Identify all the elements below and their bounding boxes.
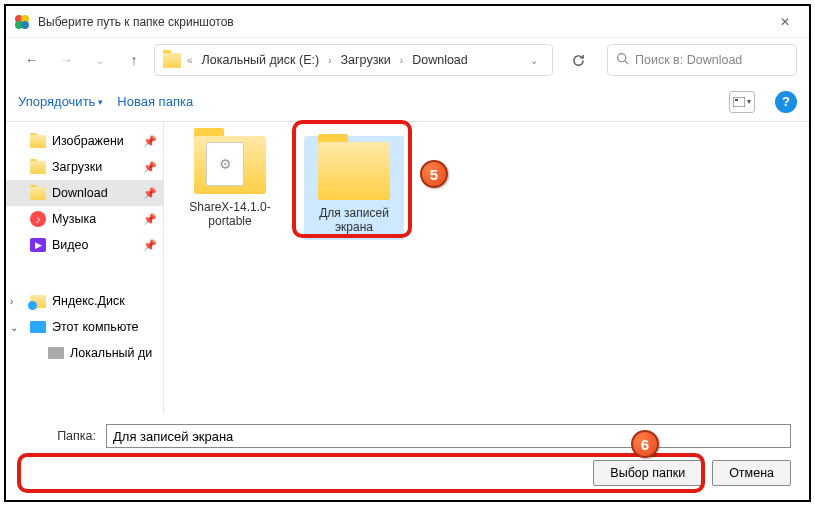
pin-icon: 📌 <box>143 161 157 174</box>
sidebar-item-this-pc[interactable]: ⌄Этот компьюте <box>6 314 163 340</box>
app-logo-icon <box>14 14 30 30</box>
video-icon: ▶ <box>30 238 46 252</box>
folder-label: Папка: <box>24 429 96 443</box>
close-icon[interactable]: ✕ <box>769 15 801 29</box>
back-button[interactable]: ← <box>18 46 46 74</box>
svg-point-4 <box>618 54 626 62</box>
folder-item-sharex[interactable]: ⚙ ShareX-14.1.0-portable <box>180 136 280 228</box>
folder-icon: ⚙ <box>194 136 266 194</box>
help-button[interactable]: ? <box>775 91 797 113</box>
file-name-label: ShareX-14.1.0-portable <box>180 200 280 228</box>
sidebar-item-label: Яндекс.Диск <box>52 294 157 308</box>
chevron-right-icon[interactable]: › <box>10 296 13 307</box>
folder-icon <box>318 142 390 200</box>
folder-icon <box>30 187 46 200</box>
sidebar-item-label: Музыка <box>52 212 157 226</box>
up-button[interactable]: ↑ <box>120 46 148 74</box>
breadcrumb[interactable]: Локальный диск (E:) <box>199 51 323 69</box>
pin-icon: 📌 <box>143 187 157 200</box>
yandex-disk-icon <box>30 295 46 308</box>
view-mode-button[interactable]: ▾ <box>729 91 755 113</box>
sidebar-item-label: Download <box>52 186 157 200</box>
refresh-button[interactable] <box>563 45 593 75</box>
sidebar-item-yandex-disk[interactable]: ›Яндекс.Диск <box>6 288 163 314</box>
folder-icon <box>30 135 46 148</box>
recent-dropdown[interactable]: ⌄ <box>86 46 114 74</box>
cancel-button[interactable]: Отмена <box>712 460 791 486</box>
chevron-down-icon: ▾ <box>98 97 103 107</box>
chevron-down-icon[interactable]: ⌄ <box>10 322 18 333</box>
sidebar: Изображени📌 Загрузки📌 Download📌 ♪Музыка📌… <box>6 122 164 414</box>
window-title: Выберите путь к папке скриншотов <box>38 15 769 29</box>
organize-label: Упорядочить <box>18 94 95 109</box>
chevron-right-icon: › <box>328 55 331 66</box>
sidebar-item-video[interactable]: ▶Видео📌 <box>6 232 163 258</box>
annotation-badge: 5 <box>420 160 448 188</box>
select-folder-button[interactable]: Выбор папки <box>593 460 702 486</box>
sidebar-item-label: Локальный ди <box>70 346 157 360</box>
forward-button[interactable]: → <box>52 46 80 74</box>
pin-icon: 📌 <box>143 135 157 148</box>
folder-icon <box>30 161 46 174</box>
sidebar-item-label: Загрузки <box>52 160 157 174</box>
search-input[interactable]: Поиск в: Download <box>607 44 797 76</box>
sidebar-item-label: Этот компьюте <box>52 320 157 334</box>
svg-point-3 <box>21 21 29 29</box>
pin-icon: 📌 <box>143 213 157 226</box>
disk-icon <box>48 347 64 359</box>
sidebar-item-downloads[interactable]: Загрузки📌 <box>6 154 163 180</box>
file-name-label: Для записей экрана <box>308 206 400 234</box>
pc-icon <box>30 321 46 333</box>
svg-line-5 <box>625 61 628 64</box>
pin-icon: 📌 <box>143 239 157 252</box>
svg-rect-6 <box>733 97 745 107</box>
sidebar-item-images[interactable]: Изображени📌 <box>6 128 163 154</box>
organize-button[interactable]: Упорядочить ▾ <box>18 94 103 109</box>
search-placeholder: Поиск в: Download <box>635 53 742 67</box>
folder-icon <box>163 53 181 68</box>
sidebar-item-download[interactable]: Download📌 <box>6 180 163 206</box>
music-icon: ♪ <box>30 211 46 227</box>
new-folder-button[interactable]: Новая папка <box>117 94 193 109</box>
sidebar-item-label: Изображени <box>52 134 157 148</box>
search-icon <box>616 52 629 68</box>
folder-item-screen-records[interactable]: Для записей экрана <box>304 136 404 240</box>
address-bar[interactable]: « Локальный диск (E:) › Загрузки › Downl… <box>154 44 553 76</box>
sidebar-item-label: Видео <box>52 238 157 252</box>
breadcrumb[interactable]: Загрузки <box>338 51 394 69</box>
breadcrumb[interactable]: Download <box>409 51 471 69</box>
svg-rect-7 <box>735 99 738 101</box>
chevron-right-icon: › <box>400 55 403 66</box>
chevron-left-icon: « <box>187 55 193 66</box>
address-dropdown[interactable]: ⌄ <box>524 55 544 66</box>
sidebar-item-music[interactable]: ♪Музыка📌 <box>6 206 163 232</box>
file-list[interactable]: ⚙ ShareX-14.1.0-portable Для записей экр… <box>164 122 809 414</box>
folder-name-input[interactable] <box>106 424 791 448</box>
sidebar-item-local-disk[interactable]: Локальный ди <box>6 340 163 366</box>
